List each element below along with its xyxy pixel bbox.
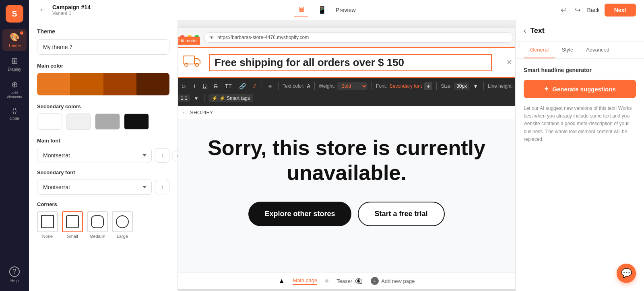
weight-select[interactable]: Bold Regular <box>337 82 367 90</box>
arrow-left-icon: ← <box>182 109 187 116</box>
tab-teaser[interactable]: Teaser <box>336 278 352 284</box>
main-font-upload-button[interactable]: ↑ <box>155 148 169 163</box>
corner-small[interactable]: Small <box>62 211 83 239</box>
display-icon: ⊞ <box>11 56 18 66</box>
secondary-font-section: Secondary font Montserrat ↑ <box>37 169 169 195</box>
generate-label: Generate suggestions <box>552 86 616 93</box>
announcement-inner: Free shipping for all orders over $ 150 <box>178 48 500 77</box>
corners-label: Corners <box>37 201 169 207</box>
smart-tags-button[interactable]: ⚡ ⚡ Smart tags <box>208 94 253 102</box>
corner-medium-preview <box>91 215 104 228</box>
corner-options: None Small Medium <box>37 211 169 239</box>
next-button[interactable]: Next <box>605 4 636 17</box>
page-tabs: ▲ Main page Teaser 👁‍🗨 + Add new page <box>178 272 515 289</box>
main-font-section: Main font Montserrat ↑ <box>37 138 169 163</box>
code-icon: ⟨⟩ <box>12 107 17 115</box>
secondary-font-select[interactable]: Montserrat <box>37 180 152 195</box>
corner-medium-label: Medium <box>89 234 105 239</box>
underline-button[interactable]: U <box>200 81 209 91</box>
strikethrough-button[interactable]: S <box>211 81 220 91</box>
main-font-select[interactable]: Montserrat <box>37 148 152 163</box>
back-button[interactable]: Back <box>587 7 600 13</box>
add-new-page-button[interactable]: + Add new page <box>371 277 415 285</box>
sidebar-item-help[interactable]: ? Help <box>2 263 27 286</box>
line-height-chevron[interactable]: ▾ <box>192 93 200 103</box>
sidebar-item-add-elements[interactable]: ⊕ Add elements <box>2 76 27 102</box>
corner-none[interactable]: None <box>37 211 58 239</box>
color-swatch-2[interactable] <box>70 73 103 95</box>
italic2-button[interactable]: 𝐼 <box>251 81 258 91</box>
ai-description-text: Let our AI suggest new versions of this … <box>524 105 636 143</box>
main-color-swatches <box>37 73 169 95</box>
size-label: Size: <box>441 83 452 89</box>
sidebar-item-label-theme: Theme <box>8 43 21 48</box>
text-color-label: Text color: <box>283 83 305 89</box>
tab-advanced[interactable]: Advanced <box>580 42 616 58</box>
browser-url: https://barbaras-store-4476.myshopify.co… <box>217 35 309 40</box>
redo-button[interactable]: ↪ <box>573 4 582 16</box>
teaser-tab-area: Teaser 👁‍🗨 <box>336 277 363 285</box>
up-arrow-button[interactable]: ▲ <box>279 277 285 285</box>
link-button[interactable]: 🔗 <box>237 81 248 91</box>
font-label: Font: <box>376 83 387 89</box>
tab-main-page[interactable]: Main page <box>293 277 317 285</box>
browser-chrome: 👁 https://barbaras-store-4476.myshopify.… <box>178 28 515 47</box>
toolbar-divider-7 <box>204 94 204 102</box>
tt-button[interactable]: TT <box>223 81 234 91</box>
app-logo[interactable]: S <box>6 5 23 23</box>
size-chevron[interactable]: ▾ <box>472 81 479 91</box>
announcement-close-button[interactable]: ✕ <box>500 53 515 72</box>
sec-swatch-4[interactable] <box>124 114 149 130</box>
start-trial-button[interactable]: Start a free trial <box>358 202 445 226</box>
smart-headline-label: Smart headline generator <box>524 67 636 73</box>
sidebar-item-display[interactable]: ⊞ Display <box>2 53 27 75</box>
sidebar-item-label-code: Code <box>10 116 19 121</box>
chat-bubble-button[interactable]: 💬 <box>617 264 636 283</box>
add-page-label: Add new page <box>381 278 415 284</box>
italic-button[interactable]: I <box>191 81 198 91</box>
corner-none-label: None <box>42 234 53 239</box>
announcement-text[interactable]: Free shipping for all orders over $ 150 <box>209 54 492 71</box>
color-swatch-3[interactable] <box>103 73 136 95</box>
corner-medium-box <box>87 211 108 232</box>
corner-medium[interactable]: Medium <box>87 211 108 239</box>
announcement-bar[interactable]: Free shipping for all orders over $ 150 … <box>178 47 515 78</box>
sec-swatch-2[interactable] <box>66 114 91 130</box>
browser-address-bar[interactable]: 👁 https://barbaras-store-4476.myshopify.… <box>204 32 513 43</box>
secondary-font-upload-button[interactable]: ↑ <box>155 180 169 194</box>
desktop-device-button[interactable]: 🖥 <box>294 3 308 17</box>
emoji-button[interactable]: ☺ <box>178 81 189 91</box>
explore-stores-button[interactable]: Explore other stores <box>248 202 351 226</box>
right-panel: ‹ Text General Style Advanced Smart head… <box>515 20 644 291</box>
tab-style[interactable]: Style <box>555 42 580 58</box>
mobile-device-button[interactable]: 📱 <box>315 3 329 17</box>
store-body: Sorry, this store is currently unavailab… <box>178 119 515 242</box>
generate-suggestions-button[interactable]: ✦ Generate suggestions <box>524 80 636 98</box>
right-panel-tabs: General Style Advanced <box>516 42 644 59</box>
theme-name-input[interactable] <box>37 39 169 55</box>
tab-general[interactable]: General <box>524 42 555 58</box>
size-value: 30px <box>454 83 469 90</box>
back-nav-button[interactable]: ← <box>37 4 48 16</box>
sidebar-item-code[interactable]: ⟨⟩ Code <box>2 104 27 124</box>
color-swatch-4[interactable] <box>136 73 169 95</box>
sidebar-item-theme[interactable]: 🎨 Theme <box>2 29 27 51</box>
corner-none-box <box>37 211 58 232</box>
color-swatch-1[interactable] <box>37 73 70 95</box>
chevron-up-icon: ▲ <box>279 277 285 285</box>
toolbar-divider-3 <box>314 82 315 90</box>
shopify-label: SHOPIFY <box>190 109 213 116</box>
sidebar-item-label-display: Display <box>8 67 21 72</box>
browser-frame: 👁 https://barbaras-store-4476.myshopify.… <box>178 28 515 289</box>
font-add-button[interactable]: + <box>424 82 432 90</box>
right-panel-back-button[interactable]: ‹ <box>524 27 526 35</box>
align-button[interactable]: ≡ <box>266 81 274 91</box>
left-nav: S 🎨 Theme ⊞ Display ⊕ Add elements ⟨⟩ Co… <box>0 0 29 291</box>
add-elements-icon: ⊕ <box>11 80 18 89</box>
sparkle-icon: ✦ <box>544 85 549 93</box>
eye-crossed-icon: 👁‍🗨 <box>355 277 363 285</box>
corner-large[interactable]: Large <box>112 211 133 239</box>
undo-button[interactable]: ↩ <box>559 4 568 16</box>
sec-swatch-1[interactable] <box>37 114 62 130</box>
sec-swatch-3[interactable] <box>95 114 120 130</box>
